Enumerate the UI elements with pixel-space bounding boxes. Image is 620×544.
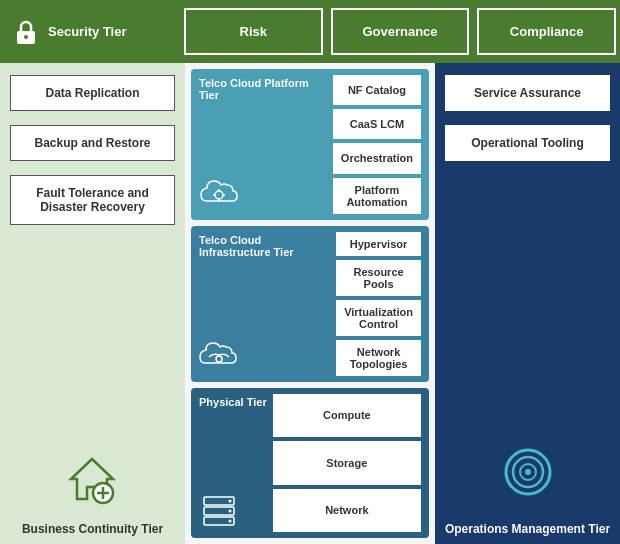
compute-item[interactable]: Compute bbox=[273, 394, 421, 438]
operations-management-title: Operations Management Tier bbox=[435, 522, 620, 536]
orchestration-item[interactable]: Orchestration bbox=[333, 143, 421, 173]
lock-icon bbox=[12, 18, 40, 46]
virtualization-control-item[interactable]: Virtualization Control bbox=[336, 300, 421, 336]
telco-platform-tier: Telco Cloud Platform Tier NF Catalog Caa… bbox=[191, 69, 429, 220]
cloud-icon bbox=[199, 337, 330, 374]
tab-risk[interactable]: Risk bbox=[184, 8, 323, 55]
service-assurance-box[interactable]: Service Assurance bbox=[445, 75, 610, 111]
svg-point-7 bbox=[216, 356, 222, 362]
svg-point-13 bbox=[229, 520, 232, 523]
operations-management-tier: Service Assurance Operational Tooling Op… bbox=[435, 63, 620, 544]
server-icon bbox=[199, 493, 267, 530]
svg-point-12 bbox=[229, 510, 232, 513]
telco-platform-label: Telco Cloud Platform Tier bbox=[199, 75, 327, 214]
operations-management-icon bbox=[498, 442, 558, 506]
security-tier-label: Security Tier bbox=[0, 0, 180, 63]
nf-catalog-item[interactable]: NF Catalog bbox=[333, 75, 421, 105]
network-topologies-item[interactable]: Network Topologies bbox=[336, 340, 421, 376]
data-replication-box[interactable]: Data Replication bbox=[10, 75, 175, 111]
svg-point-6 bbox=[215, 191, 223, 199]
fault-tolerance-box[interactable]: Fault Tolerance and Disaster Recovery bbox=[10, 175, 175, 225]
caas-lcm-item[interactable]: CaaS LCM bbox=[333, 109, 421, 139]
operational-tooling-box[interactable]: Operational Tooling bbox=[445, 125, 610, 161]
svg-point-1 bbox=[24, 35, 28, 39]
svg-point-17 bbox=[525, 469, 531, 475]
physical-tier-label: Physical Tier bbox=[199, 394, 267, 533]
resource-pools-item[interactable]: Resource Pools bbox=[336, 260, 421, 296]
hypervisor-item[interactable]: Hypervisor bbox=[336, 232, 421, 256]
storage-item[interactable]: Storage bbox=[273, 441, 421, 485]
cloud-gear-icon bbox=[199, 175, 327, 212]
network-item[interactable]: Network bbox=[273, 489, 421, 533]
main-content: Data Replication Backup and Restore Faul… bbox=[0, 63, 620, 544]
telco-infra-tier: Telco Cloud Infrastructure Tier Hypervis… bbox=[191, 226, 429, 382]
platform-automation-item[interactable]: Platform Automation bbox=[333, 178, 421, 214]
tab-compliance[interactable]: Compliance bbox=[477, 8, 616, 55]
backup-restore-box[interactable]: Backup and Restore bbox=[10, 125, 175, 161]
business-continuity-title: Business Continuity Tier bbox=[0, 522, 185, 536]
header: Security Tier Risk Governance Compliance bbox=[0, 0, 620, 63]
svg-point-11 bbox=[229, 500, 232, 503]
physical-tier-items: Compute Storage Network bbox=[273, 394, 421, 533]
header-tabs: Risk Governance Compliance bbox=[180, 0, 620, 63]
business-continuity-icon bbox=[10, 451, 175, 506]
middle-tiers: Telco Cloud Platform Tier NF Catalog Caa… bbox=[185, 63, 435, 544]
telco-infra-label: Telco Cloud Infrastructure Tier bbox=[199, 232, 330, 376]
business-continuity-tier: Data Replication Backup and Restore Faul… bbox=[0, 63, 185, 544]
telco-infra-items: Hypervisor Resource Pools Virtualization… bbox=[336, 232, 421, 376]
telco-platform-items: NF Catalog CaaS LCM Orchestration Platfo… bbox=[333, 75, 421, 214]
physical-tier: Physical Tier Compute Storage Network bbox=[191, 388, 429, 539]
tab-governance[interactable]: Governance bbox=[331, 8, 470, 55]
